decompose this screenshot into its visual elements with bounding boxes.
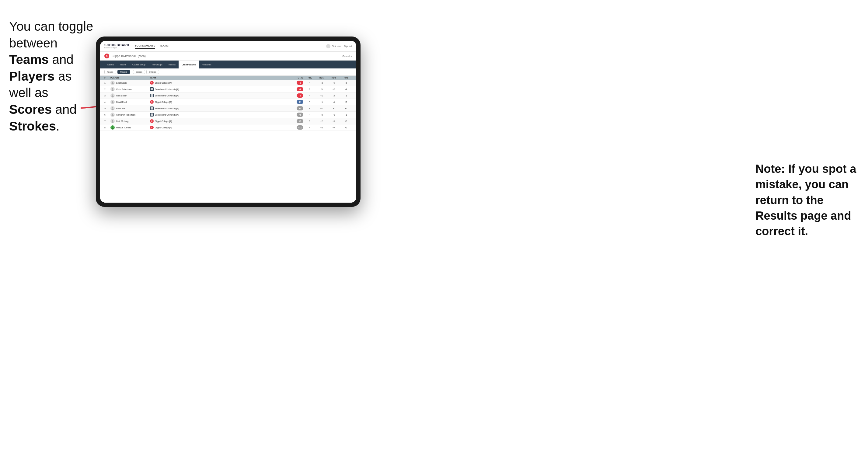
col-team: TEAM [150, 77, 285, 79]
player-name: Elliot Ebert [116, 82, 127, 84]
player-avatar [111, 100, 115, 104]
toggle-players-button[interactable]: Players [118, 70, 130, 74]
tournament-header: C Clippd Invitational (Men) Cancel × [100, 52, 356, 61]
rd2: E [328, 107, 340, 110]
nav-teams[interactable]: TEAMS [159, 43, 168, 49]
svg-point-16 [112, 128, 114, 129]
team-logo [150, 94, 154, 97]
rd1: +3 [315, 82, 328, 84]
rd3: +3 [340, 101, 352, 103]
rd2: +7 [328, 127, 340, 129]
rank: 4 [104, 101, 111, 103]
team-logo [150, 106, 154, 110]
player-name: Cameron Robertson [116, 114, 135, 116]
nav-links: TOURNAMENTS TEAMS [135, 43, 326, 49]
toggle-teams-button[interactable]: Teams [104, 70, 116, 74]
rd2: -6 [328, 82, 340, 84]
svg-point-15 [112, 127, 113, 128]
team-logo [150, 113, 154, 117]
cancel-button[interactable]: Cancel × [342, 55, 352, 58]
table-row: 6 Cameron Robertson Scoreboard Universit… [100, 112, 356, 118]
rd1: +1 [315, 107, 328, 110]
tab-leaderboards[interactable]: Leaderboards [179, 61, 199, 68]
svg-point-14 [112, 121, 114, 123]
rd1: +2 [315, 127, 328, 129]
thru: F [303, 88, 315, 90]
team-name: Clippd College [A] [155, 120, 172, 122]
rd3: -5 [340, 82, 352, 84]
player-avatar [111, 87, 115, 91]
score-badge: E [297, 100, 303, 104]
team-logo [150, 87, 154, 91]
table-header: # PLAYER TEAM TOTAL THRU RD1 RD2 RD3 [100, 76, 356, 80]
rd3: -1 [340, 114, 352, 116]
tab-course-setup[interactable]: Course Setup [129, 61, 149, 68]
tab-details[interactable]: Details [104, 61, 117, 68]
player-name: David Ford [116, 101, 127, 103]
tab-tee-groups[interactable]: Tee Groups [149, 61, 165, 68]
col-rank: # [104, 77, 111, 79]
table-row: 7 Blair McHarg C Clippd College [A] +8 F… [100, 118, 356, 124]
team-name: Scoreboard University [A] [155, 114, 179, 116]
tab-teams[interactable]: Teams [117, 61, 129, 68]
top-nav: SCOREBOARD Powered by clippd TOURNAMENTS… [100, 41, 356, 52]
player-avatar [111, 93, 115, 98]
tab-results[interactable]: Results [165, 61, 179, 68]
score-badge: +1 [297, 106, 303, 111]
team-name: Clippd College [A] [155, 101, 172, 103]
thru: F [303, 107, 315, 110]
player-cell: Rich Butler [111, 93, 150, 98]
rank: 6 [104, 114, 111, 116]
tab-printables[interactable]: Printables [199, 61, 215, 68]
logo-sub: Powered by clippd [104, 47, 129, 49]
tab-bar: Details Teams Course Setup Tee Groups Re… [100, 61, 356, 68]
player-cell: Rees Britt [111, 106, 150, 111]
svg-point-2 [112, 83, 114, 84]
score-badge: -8 [297, 81, 303, 85]
rd2: -2 [328, 95, 340, 97]
player-cell: David Ford [111, 100, 150, 104]
team-cell: C Clippd College [A] [150, 126, 285, 129]
team-logo: C [150, 100, 154, 104]
rank: 7 [104, 120, 111, 122]
table-row: 2 Chris Robertson Scoreboard University … [100, 86, 356, 92]
player-cell: Elliot Ebert [111, 81, 150, 85]
thru: F [303, 95, 315, 97]
team-name: Scoreboard University [A] [155, 107, 179, 110]
rd3: -4 [340, 88, 352, 90]
rd1: +1 [315, 101, 328, 103]
rank: 1 [104, 82, 111, 84]
player-cell: Blair McHarg [111, 119, 150, 123]
team-logo: C [150, 119, 154, 123]
rd1: +5 [315, 114, 328, 116]
rd1: +2 [315, 120, 328, 122]
logo-text: SCOREBOARD [104, 43, 129, 47]
nav-tournaments[interactable]: TOURNAMENTS [135, 43, 155, 49]
player-avatar [111, 125, 115, 130]
svg-point-13 [112, 120, 113, 121]
player-name: Blair McHarg [116, 120, 128, 122]
svg-point-9 [112, 107, 113, 108]
rd2: +2 [328, 114, 340, 116]
team-cell: C Clippd College [A] [150, 119, 285, 123]
right-annotation: Note: If you spot a mistake, you can ret… [755, 161, 859, 239]
svg-point-1 [112, 82, 113, 83]
toggle-strokes-button[interactable]: Strokes [146, 70, 159, 74]
tournament-name: Clippd Invitational (Men) [112, 55, 146, 58]
team-name: Scoreboard University [A] [155, 88, 179, 90]
col-rd2: RD2 [328, 77, 340, 79]
team-cell: C Clippd College [A] [150, 100, 285, 104]
sign-out-link[interactable]: Sign out [344, 45, 352, 47]
col-rd3: RD3 [340, 77, 352, 79]
svg-point-6 [112, 96, 114, 97]
player-cell: Cameron Robertson [111, 113, 150, 117]
player-cell: Chris Robertson [111, 87, 150, 91]
rd1: +1 [315, 95, 328, 97]
toggle-scores-button[interactable]: Scores [133, 70, 145, 74]
thru: F [303, 120, 315, 122]
rd2: -4 [328, 101, 340, 103]
thru: F [303, 127, 315, 129]
player-avatar [111, 106, 115, 111]
thru: F [303, 101, 315, 103]
table-row: 8 Marcus Turners C Clippd College [A] +1… [100, 124, 356, 131]
